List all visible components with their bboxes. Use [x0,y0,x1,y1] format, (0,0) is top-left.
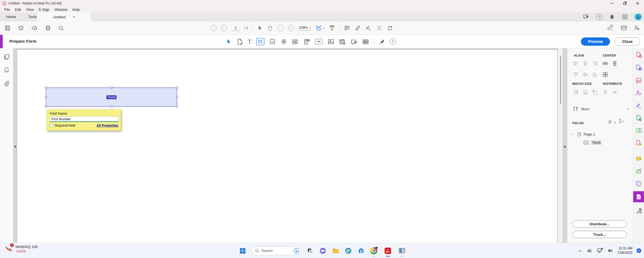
all-properties-link[interactable]: All Properties [97,124,118,127]
close-prepare-form-button[interactable]: Close [615,37,640,46]
snipping-tool-button[interactable] [398,247,406,255]
edit-pdf-icon[interactable] [635,77,642,84]
vertical-scrollbar[interactable] [558,48,563,243]
select-tool-icon[interactable] [257,25,263,31]
account-avatar[interactable] [635,13,642,21]
resize-handle-w[interactable] [45,96,47,98]
network-display-icon[interactable] [597,247,603,254]
close-window-button[interactable] [631,0,644,7]
edit-fields-tool-icon[interactable] [236,38,243,45]
checkbox-field-tool-icon[interactable] [269,38,276,45]
page-number-input[interactable] [231,25,240,31]
resize-handle-se[interactable] [176,106,178,108]
sign-pen-icon[interactable] [365,25,372,31]
fields-sort-order-button[interactable]: ▾ [608,120,616,125]
field-name-chip[interactable]: Text4 [107,95,116,99]
more-tools-row[interactable]: More ▾ [572,106,629,112]
scrollbar-thumb[interactable] [560,55,561,104]
create-pdf-icon[interactable] [635,52,642,58]
app-grid-icon[interactable] [622,14,628,20]
request-signatures-icon[interactable] [635,90,642,96]
comment-icon[interactable] [344,25,350,31]
barcode-field-tool-icon[interactable] [362,38,369,45]
menu-edit[interactable]: Edit [12,7,24,12]
fields-sort-az-button[interactable]: A Z ▾ [619,119,624,124]
form-help-icon[interactable]: ? [390,39,396,45]
document-canvas[interactable]: Text4 Field Name: Required field All Pro… [13,48,567,243]
save-icon[interactable] [4,25,11,31]
help-icon[interactable]: ? [596,14,602,20]
menu-file[interactable]: File [2,7,12,12]
zoom-in-icon[interactable]: + [288,25,294,31]
image-field-tool-icon[interactable] [328,38,334,45]
document-comment-icon[interactable] [635,140,642,146]
previous-page-icon[interactable]: ↑ [210,25,217,31]
next-page-icon[interactable]: ↓ [221,25,227,31]
center-horizontally-icon[interactable] [602,60,608,67]
hand-tool-icon[interactable] [267,25,273,31]
preview-button[interactable]: Preview [581,37,610,46]
tab-close-icon[interactable]: × [73,15,75,19]
tree-item-page1[interactable]: Page 1 [571,132,595,137]
tab-document[interactable]: Untitled × [37,12,91,21]
pdf-page[interactable] [17,50,557,243]
menu-esign[interactable]: E-Sign [36,7,52,12]
comment-tool-icon[interactable] [635,156,642,162]
protect-pdf-icon[interactable] [635,180,642,187]
export-pdf-icon[interactable] [635,64,642,71]
get-link-icon[interactable] [607,25,614,31]
field-name-input[interactable] [50,116,119,122]
keep-tool-pin-icon[interactable] [379,39,385,45]
resize-handle-n[interactable] [110,86,113,89]
date-field-tool-icon[interactable] [339,38,346,45]
resize-handle-s[interactable] [110,106,113,108]
redo-icon[interactable] [386,25,393,31]
zoom-out-icon[interactable]: − [277,25,284,31]
required-field-checkbox[interactable] [50,124,53,127]
button-field-tool-icon[interactable]: OK [315,39,323,44]
menu-window[interactable]: Window [52,7,70,12]
menu-help[interactable]: Help [70,7,82,12]
notification-count-badge[interactable]: 3 [637,248,641,253]
share-cloud-icon[interactable] [31,25,38,31]
fill-sign-icon[interactable] [635,102,642,109]
email-icon[interactable] [620,25,627,31]
bookmarks-icon[interactable] [4,67,10,73]
edge-button[interactable] [344,247,352,255]
signature-field-tool-icon[interactable] [350,38,357,45]
search-icon[interactable] [58,25,64,31]
dropdown-field-tool-icon[interactable] [303,38,310,45]
form-select-tool-icon[interactable] [225,39,232,45]
distribute-button[interactable]: Distribute... [572,220,627,228]
prepare-form-active-tool[interactable] [633,191,644,202]
weather-widget[interactable]: 1 NASDAQ 100 -0.81% [4,244,38,253]
radio-button-field-tool-icon[interactable] [281,38,287,45]
start-button[interactable] [238,247,247,255]
center-both-icon[interactable] [602,71,608,78]
track-button[interactable]: Track... [572,231,627,238]
text-field-Text4[interactable]: Text4 [46,88,177,107]
onedrive-icon[interactable] [586,248,593,254]
tree-item-text4[interactable]: TI Text4 [583,140,602,145]
highlighter-icon[interactable] [354,25,361,31]
collapse-right-panel-icon[interactable]: ▶ [564,145,567,148]
minimize-button[interactable] [606,0,619,7]
share-pdf-icon[interactable] [635,115,642,121]
restore-button[interactable] [619,0,631,7]
menu-view[interactable]: View [24,7,36,12]
organize-pages-icon[interactable] [635,127,642,134]
microsoft-store-button[interactable] [357,247,365,255]
zoom-level-select[interactable]: 209% ▾ [298,26,311,30]
resize-handle-nw[interactable] [45,86,47,89]
scan-ocr-icon[interactable] [635,168,642,175]
resize-handle-sw[interactable] [45,106,47,108]
file-explorer-button[interactable] [331,247,340,255]
add-user-icon[interactable] [633,25,640,31]
teams-button[interactable] [319,247,327,255]
print-icon[interactable] [45,25,51,31]
notifications-bell-icon[interactable] [609,14,615,20]
acrobat-taskbar-button[interactable] [382,245,393,256]
chevron-down-icon[interactable] [571,132,575,136]
text-field-tool-selected[interactable]: TI [256,38,264,45]
attachments-icon[interactable] [4,80,10,86]
